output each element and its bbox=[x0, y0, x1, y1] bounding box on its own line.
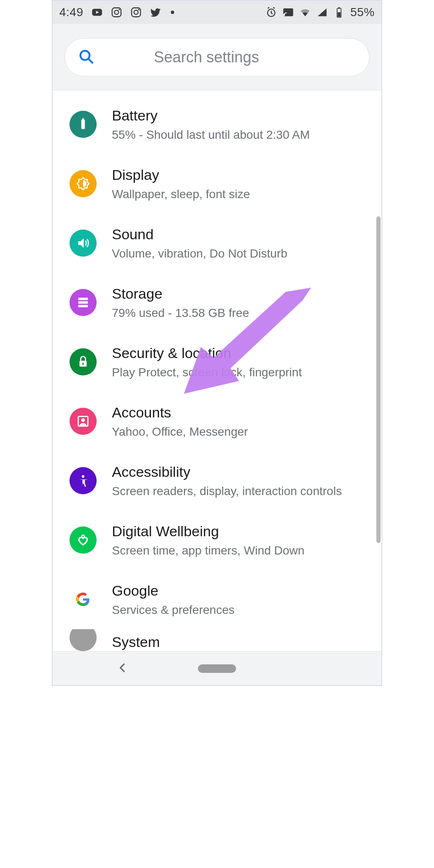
scroll-indicator bbox=[376, 216, 381, 543]
row-subtitle: Screen readers, display, interaction con… bbox=[112, 484, 342, 498]
storage-icon bbox=[70, 289, 97, 316]
row-subtitle: Wallpaper, sleep, font size bbox=[112, 188, 250, 201]
settings-list: Battery 55% - Should last until about 2:… bbox=[53, 90, 381, 651]
signal-icon bbox=[316, 6, 328, 18]
row-title: Storage bbox=[112, 286, 249, 302]
row-title: Battery bbox=[112, 107, 310, 124]
svg-point-28 bbox=[78, 632, 89, 643]
svg-rect-23 bbox=[83, 363, 84, 365]
svg-point-7 bbox=[138, 9, 139, 10]
settings-row-display[interactable]: Display Wallpaper, sleep, font size bbox=[53, 154, 381, 213]
row-subtitle: Screen time, app timers, Wind Down bbox=[112, 544, 304, 557]
row-title: Sound bbox=[112, 226, 287, 243]
row-subtitle: Yahoo, Office, Messenger bbox=[112, 425, 248, 439]
settings-header: Search settings bbox=[53, 24, 381, 90]
row-title: Accessibility bbox=[112, 464, 342, 480]
battery-icon bbox=[70, 111, 97, 138]
row-title: Digital Wellbeing bbox=[112, 523, 304, 540]
settings-row-accounts[interactable]: Accounts Yahoo, Office, Messenger bbox=[53, 392, 381, 451]
svg-rect-20 bbox=[78, 301, 88, 304]
row-subtitle: Play Protect, screen lock, fingerprint bbox=[112, 366, 302, 379]
row-title: Accounts bbox=[112, 404, 248, 421]
alarm-icon bbox=[265, 6, 277, 18]
row-title: Google bbox=[112, 582, 234, 599]
status-battery-pct: 55% bbox=[350, 6, 375, 19]
twitter-icon bbox=[150, 6, 161, 18]
brightness-icon bbox=[70, 170, 97, 197]
google-icon bbox=[70, 586, 97, 613]
status-time: 4:49 bbox=[59, 6, 83, 19]
navigation-bar bbox=[53, 651, 381, 685]
svg-rect-19 bbox=[78, 298, 88, 300]
settings-row-storage[interactable]: Storage 79% used - 13.58 GB free bbox=[53, 273, 381, 332]
row-subtitle: Volume, vibration, Do Not Disturb bbox=[112, 247, 287, 260]
svg-rect-12 bbox=[338, 7, 340, 8]
svg-point-26 bbox=[82, 475, 84, 478]
volume-icon bbox=[70, 230, 97, 257]
svg-point-25 bbox=[81, 418, 85, 422]
youtube-icon bbox=[91, 6, 103, 18]
row-subtitle: 79% used - 13.58 GB free bbox=[112, 306, 249, 320]
settings-row-battery[interactable]: Battery 55% - Should last until about 2:… bbox=[53, 95, 381, 154]
wifi-icon bbox=[299, 6, 311, 18]
row-title: System bbox=[112, 634, 160, 650]
home-pill[interactable] bbox=[198, 664, 236, 673]
accessibility-icon bbox=[70, 467, 97, 494]
svg-rect-17 bbox=[82, 118, 84, 120]
instagram-icon bbox=[130, 6, 142, 18]
row-subtitle: 55% - Should last until about 2:30 AM bbox=[112, 128, 310, 142]
search-settings-input[interactable]: Search settings bbox=[64, 38, 370, 76]
row-subtitle: Services & preferences bbox=[112, 603, 234, 617]
instagram-icon bbox=[111, 6, 122, 18]
svg-rect-21 bbox=[78, 305, 88, 308]
settings-row-system[interactable]: System bbox=[53, 629, 381, 651]
battery-icon bbox=[333, 6, 345, 18]
settings-row-sound[interactable]: Sound Volume, vibration, Do Not Disturb bbox=[53, 213, 381, 273]
settings-row-accessibility[interactable]: Accessibility Screen readers, display, i… bbox=[53, 451, 381, 510]
settings-row-security[interactable]: Security & location Play Protect, screen… bbox=[53, 332, 381, 392]
cast-icon bbox=[282, 6, 294, 18]
svg-rect-16 bbox=[81, 120, 85, 129]
svg-point-10 bbox=[284, 14, 285, 16]
svg-point-3 bbox=[114, 10, 119, 14]
search-placeholder: Search settings bbox=[154, 48, 356, 66]
more-notifications-icon bbox=[171, 11, 174, 14]
back-button[interactable] bbox=[116, 661, 129, 676]
settings-row-wellbeing[interactable]: Digital Wellbeing Screen time, app timer… bbox=[53, 510, 381, 570]
lock-icon bbox=[70, 348, 97, 375]
account-icon bbox=[70, 408, 97, 435]
heart-icon bbox=[70, 526, 97, 554]
svg-point-6 bbox=[134, 10, 138, 14]
svg-rect-13 bbox=[338, 12, 341, 17]
row-title: Security & location bbox=[112, 345, 302, 361]
settings-row-google[interactable]: Google Services & preferences bbox=[53, 570, 381, 629]
status-bar: 4:49 bbox=[53, 1, 381, 24]
svg-point-4 bbox=[118, 9, 120, 10]
search-icon bbox=[78, 48, 95, 67]
info-icon bbox=[70, 629, 97, 651]
svg-line-15 bbox=[89, 59, 92, 63]
row-title: Display bbox=[112, 167, 250, 183]
